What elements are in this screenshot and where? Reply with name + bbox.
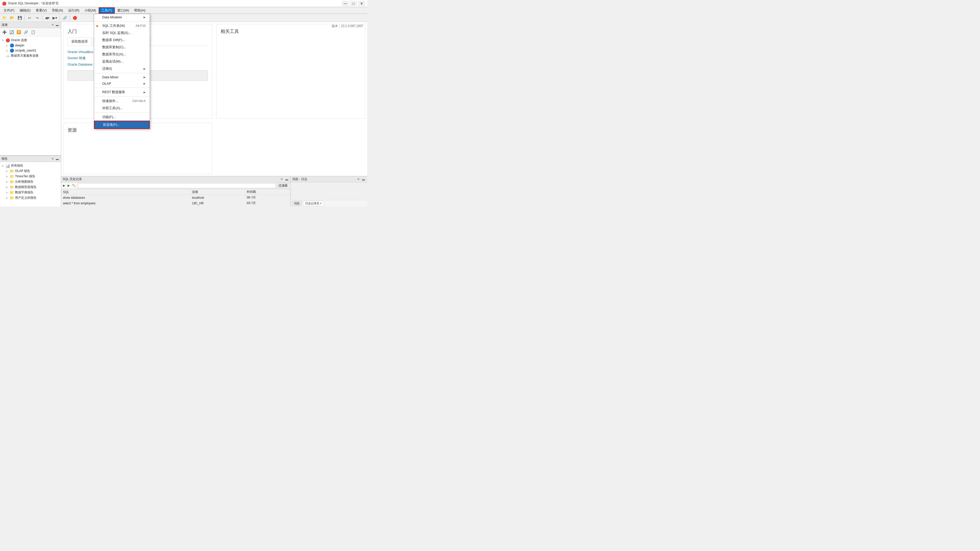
close-button[interactable]: ✕ (358, 1, 365, 6)
menu-data-modeler[interactable]: Data Modeler ▶ (94, 14, 150, 21)
toolbar-save[interactable]: 💾 (16, 14, 23, 21)
sql-cell: show databases (62, 195, 191, 201)
related-tools-section: 相关工具 (216, 24, 365, 119)
menu-db-diff[interactable]: 数据库 Diff(F)... (94, 37, 150, 44)
toolbar-forward[interactable]: ▶▾ (51, 14, 58, 21)
menu-item-label: 外部工具(X)... (102, 106, 123, 110)
tree-all-reports[interactable]: ▷ 📊 所有报告 (0, 163, 61, 168)
menu-file[interactable]: 文件(F) (1, 7, 17, 14)
menu-item-label: 快速操作... (102, 99, 118, 104)
toolbar-sep1 (24, 15, 25, 21)
menu-group[interactable]: 小组(M) (82, 7, 99, 14)
expand-icon: ▷ (6, 49, 9, 52)
menu-monitor-session[interactable]: 监视会话(M)... (94, 58, 150, 65)
toolbar-open[interactable]: 📂 (9, 14, 15, 21)
sql-filter-input[interactable] (78, 183, 276, 188)
menu-navigate[interactable]: 导航(N) (49, 7, 65, 14)
connections-header: 连接 ✕ ▬ (0, 22, 61, 28)
menu-preferences[interactable]: 首选项(P)... (94, 121, 150, 129)
sql-history-close-btn[interactable]: ✕ (280, 177, 283, 181)
messages-panel: 消息 - 日志 ✕ ▬ 消息 日志记录页 × (291, 176, 367, 207)
menu-features[interactable]: 功能(F)... (94, 113, 150, 121)
toolbar-oracle[interactable]: 🔴 (72, 14, 78, 21)
tree-oracle-connections[interactable]: ▷ 🔴 Oracle 连接 (0, 38, 61, 43)
tools-dropdown-menu: Data Modeler ▶ ■ SQL 工作表(W) Alt-F10 实时 S… (94, 14, 150, 129)
tree-deepin[interactable]: ▷ 🔵 deepin (0, 43, 61, 48)
copy-connection-btn[interactable]: 📋 (30, 29, 36, 35)
tree-data-dict-reports[interactable]: ▷ 📁 数据字典报告 (0, 190, 61, 195)
menu-realtime-sql[interactable]: 实时 SQL 监视(S)... (94, 29, 150, 37)
expand-icon: ▷ (6, 186, 9, 188)
messages-close-btn[interactable]: ✕ (356, 177, 360, 181)
expand-icon: ▷ (6, 196, 9, 199)
connections-close-btn[interactable]: ✕ (51, 23, 54, 27)
add-connection-btn[interactable]: ➕ (1, 29, 8, 35)
sql-history-row[interactable]: show databases localhost 06-7月 (62, 195, 290, 201)
app-icon: 🔴 (2, 2, 6, 6)
menu-sql-worksheet[interactable]: ■ SQL 工作表(W) Alt-F10 (94, 22, 150, 29)
menu-external-tools[interactable]: 外部工具(X)... (94, 105, 150, 112)
submenu-arrow-icon: ▶ (143, 16, 146, 19)
tree-item-label: orclpdb_user01 (15, 49, 36, 52)
messages-collapse-btn[interactable]: ▬ (361, 177, 366, 181)
sql-filter-edit[interactable]: ✏️ (72, 184, 76, 188)
tab-log[interactable]: 日志记录页 × (303, 201, 324, 206)
reports-panel: 报告 ✕ ▬ ▷ 📊 所有报告 ▷ 📁 OLAP 报告 ▷ (0, 156, 61, 207)
refresh-connection-btn[interactable]: 🔄 (8, 29, 15, 35)
menu-help[interactable]: 帮助(H) (132, 7, 148, 14)
tree-item-label: 数据字典报告 (15, 190, 33, 194)
menu-separator (94, 88, 150, 88)
reports-close-btn[interactable]: ✕ (51, 157, 54, 161)
maximize-button[interactable]: □ (350, 1, 357, 6)
menu-window[interactable]: 窗口(W) (115, 7, 132, 14)
window-controls: — □ ✕ (342, 1, 365, 6)
menu-migrate[interactable]: 迁移(I) ▶ (94, 65, 150, 72)
toolbar-back[interactable]: ◀▾ (44, 14, 51, 21)
tree-analytics-reports[interactable]: ▷ 📁 分析视图报告 (0, 179, 61, 185)
submenu-arrow-icon: ▶ (143, 82, 146, 85)
sql-history-row[interactable]: desc employees 19C HR 03-7月 (62, 206, 290, 207)
tree-item-label: 用户定义的报告 (15, 196, 37, 200)
sql-filter-green1[interactable]: ▶ (62, 184, 66, 188)
menu-tools[interactable]: 工具(T) (99, 7, 115, 14)
menu-item-label: 首选项(P)... (103, 123, 120, 127)
tree-timesten-reports[interactable]: ▷ 📁 TimesTen 报告 (0, 174, 61, 179)
menu-olap[interactable]: OLAP ▶ (94, 80, 150, 87)
tree-user-reports[interactable]: ▷ 📁 用户定义的报告 (0, 195, 61, 201)
messages-header: 消息 - 日志 ✕ ▬ (291, 176, 367, 182)
connections-label: 连接 (2, 23, 8, 27)
tab-get-database[interactable]: 获取数据库 (68, 38, 92, 46)
schema-connection-btn[interactable]: 🔗 (22, 29, 29, 35)
left-panel: 连接 ✕ ▬ ➕ 🔄 🔽 🔗 📋 ▷ 🔴 Oracle 连接 (0, 22, 61, 207)
reports-tree: ▷ 📊 所有报告 ▷ 📁 OLAP 报告 ▷ 📁 TimesTen 报告 ▷ 📁 (0, 162, 61, 207)
toolbar-new[interactable]: 📁 (1, 14, 8, 21)
menu-rest-data[interactable]: REST 数据服务 ▶ (94, 89, 150, 96)
menu-run[interactable]: 运行(R) (65, 7, 82, 14)
sql-filter-button[interactable]: 过滤器 (277, 183, 290, 188)
expand-icon: ▷ (6, 191, 9, 194)
tree-olap-reports[interactable]: ▷ 📁 OLAP 报告 (0, 168, 61, 174)
tree-cloud-service[interactable]: ☁️ 数据库方案服务连接 (0, 53, 61, 59)
minimize-button[interactable]: — (342, 1, 349, 6)
reports-collapse-btn[interactable]: ▬ (55, 157, 59, 161)
menu-view[interactable]: 查看(V) (33, 7, 49, 14)
filter-connection-btn[interactable]: 🔽 (15, 29, 22, 35)
menu-db-export[interactable]: 数据库导出(X)... (94, 51, 150, 58)
sql-filter-green2[interactable]: ▶ (67, 184, 70, 188)
folder-icon: 📁 (10, 191, 14, 194)
sql-history-row[interactable]: select * from employees 19C_HR 03-7月 (62, 201, 290, 206)
menu-edit[interactable]: 编辑(E) (17, 7, 33, 14)
tab-messages[interactable]: 消息 (292, 201, 302, 206)
menu-data-miner[interactable]: Data Miner ▶ (94, 74, 150, 80)
toolbar-redo[interactable]: ↪ (34, 14, 41, 21)
toolbar-undo[interactable]: ↩ (26, 14, 33, 21)
tree-orclpdb[interactable]: ▷ 🔵 orclpdb_user01 (0, 48, 61, 53)
sql-history-collapse-btn[interactable]: ▬ (285, 177, 289, 181)
toolbar-connect[interactable]: 🔗 (62, 14, 68, 21)
tree-data-modeler-reports[interactable]: ▷ 📁 数据模型器报告 (0, 185, 61, 190)
menu-quick-ops[interactable]: 快速操作... Ctrl+Alt-A (94, 97, 150, 105)
menu-db-copy[interactable]: 数据库复制(C)... (94, 44, 150, 51)
connections-collapse-btn[interactable]: ▬ (55, 23, 59, 27)
sql-worksheet-icon: ■ (96, 24, 98, 28)
window-title: Oracle SQL Developer : "欢迎使用"页 (8, 1, 342, 6)
